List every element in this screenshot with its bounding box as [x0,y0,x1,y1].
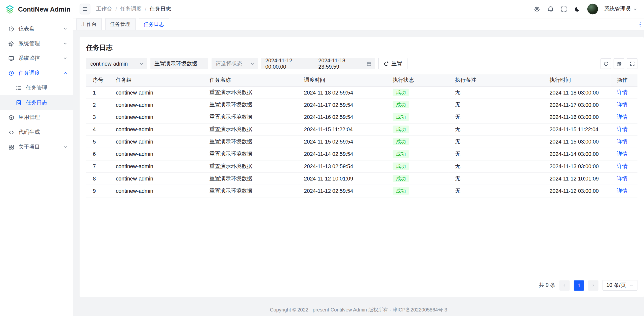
date-end: 2024-11-18 23:59:59 [318,58,363,70]
cell-name: 重置演示环境数据 [203,148,298,160]
tab-task-log[interactable]: 任务日志 [139,18,169,30]
table-settings-button[interactable] [614,58,624,69]
cell-exec-time: 2024-11-15 03:00:00 [543,136,610,148]
cell-action: 详情 [610,111,637,123]
sidebar-item-dashboard[interactable]: 仪表盘 [0,21,73,36]
cell-status: 成功 [386,160,449,172]
status-badge: 成功 [393,126,409,133]
fullscreen-icon[interactable] [560,5,568,13]
sidebar-item-task-log[interactable]: 任务日志 [0,95,73,110]
tab-more-icon[interactable] [636,18,644,30]
detail-link[interactable]: 详情 [617,89,627,95]
breadcrumb-item[interactable]: 任务调度 [120,5,142,13]
breadcrumb-item-current: 任务日志 [150,5,171,13]
sidebar-item-about-project[interactable]: 关于项目 [0,140,73,154]
cell-group: continew-admin [109,148,203,160]
header-actions: 系统管理员 [533,4,637,14]
logo: ContiNew Admin [0,0,73,19]
date-range-picker[interactable]: 2024-11-12 00:00:00 - 2024-11-18 23:59:5… [261,58,375,69]
refresh-table-button[interactable] [600,58,611,69]
calendar-icon [366,61,372,66]
cell-status: 成功 [386,136,449,148]
sidebar-item-task-scheduling[interactable]: 任务调度 [0,66,73,80]
table-fullscreen-button[interactable] [627,58,637,69]
cell-group: continew-admin [109,123,203,136]
monitor-icon [8,55,14,61]
cell-note: 无 [449,148,543,160]
cell-schedule-time: 2024-11-16 02:59:54 [297,111,386,123]
sidebar-item-system-management[interactable]: 系统管理 [0,36,73,51]
cell-group: continew-admin [109,172,203,185]
next-page-button[interactable] [588,280,599,290]
detail-link[interactable]: 详情 [617,101,627,107]
task-group-select[interactable]: continew-admin [86,58,147,69]
chevron-up-icon [63,71,68,76]
cell-index: 5 [86,136,109,148]
task-name-input[interactable] [150,58,208,69]
chevron-down-icon [63,56,68,61]
status-badge: 成功 [393,187,409,195]
col-header-note: 执行备注 [449,74,543,86]
cell-note: 无 [449,172,543,185]
detail-link[interactable]: 详情 [617,163,627,169]
cell-exec-time: 2024-11-12 10:01:09 [543,172,610,185]
detail-link[interactable]: 详情 [617,138,627,144]
cell-note: 无 [449,86,543,99]
cell-action: 详情 [610,99,637,111]
main-content: 任务日志 continew-admin 请选择状态 [73,30,644,304]
detail-link[interactable]: 详情 [617,126,627,132]
col-header-status: 执行状态 [386,74,449,86]
cell-exec-time: 2024-11-17 03:00:00 [543,99,610,111]
chevron-down-icon [63,26,68,31]
detail-link[interactable]: 详情 [617,175,627,181]
detail-link[interactable]: 详情 [617,114,627,120]
cell-index: 8 [86,172,109,185]
clock-icon [8,70,14,76]
page-number-current[interactable]: 1 [574,280,584,290]
date-separator: - [313,61,315,67]
cell-index: 2 [86,99,109,111]
status-select[interactable]: 请选择状态 [212,58,258,69]
user-name: 系统管理员 [604,5,631,13]
page-size-select[interactable]: 10 条/页 [603,280,637,291]
tab-workbench[interactable]: 工作台 [76,18,102,30]
chevron-down-icon [633,7,637,11]
content-column: 工作台 / 任务调度 / 任务日志 [73,0,644,316]
table-row: 2 continew-admin 重置演示环境数据 2024-11-17 02:… [86,99,637,111]
col-header-schedule-time: 调度时间 [297,74,386,86]
sidebar-item-task-management[interactable]: 任务管理 [0,80,73,95]
status-badge: 成功 [393,150,409,158]
user-avatar[interactable] [587,4,598,14]
table-row: 4 continew-admin 重置演示环境数据 2024-11-15 11:… [86,123,637,136]
pagination: 共 9 条 1 10 条/页 [86,275,637,291]
cell-action: 详情 [610,136,637,148]
cell-schedule-time: 2024-11-14 02:59:54 [297,148,386,160]
tab-bar: 工作台 任务管理 任务日志 [73,18,644,30]
user-menu[interactable]: 系统管理员 [604,5,637,13]
dark-mode-moon-icon[interactable] [574,5,581,13]
cell-group: continew-admin [109,185,203,197]
cell-status: 成功 [386,185,449,197]
cell-status: 成功 [386,86,449,99]
notification-bell-icon[interactable] [547,5,554,13]
cell-exec-time: 2024-11-13 03:00:00 [543,160,610,172]
breadcrumb-item[interactable]: 工作台 [96,5,112,13]
table-toolbar [600,58,637,69]
tab-task-management[interactable]: 任务管理 [105,18,135,30]
prev-page-button[interactable] [559,280,570,290]
cell-group: continew-admin [109,136,203,148]
menu-collapse-button[interactable] [80,4,90,14]
cell-name: 重置演示环境数据 [203,99,298,111]
sidebar-item-code-generation[interactable]: 代码生成 [0,125,73,140]
sidebar-item-app-management[interactable]: 应用管理 [0,110,73,125]
reset-button[interactable]: 重置 [378,58,408,69]
breadcrumb-separator: / [115,6,117,12]
sidebar-item-system-monitor[interactable]: 系统监控 [0,51,73,66]
cell-action: 详情 [610,172,637,185]
dashboard-icon [8,26,14,32]
detail-link[interactable]: 详情 [617,151,627,157]
sidebar-menu: 仪表盘 系统管理 [0,19,73,157]
settings-gear-icon[interactable] [533,5,540,13]
cell-index: 4 [86,123,109,136]
detail-link[interactable]: 详情 [617,188,627,194]
